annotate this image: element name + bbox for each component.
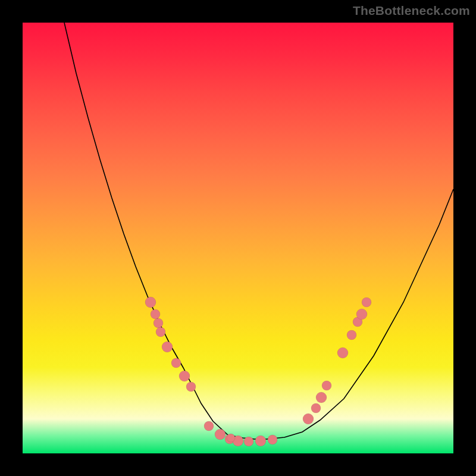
bead-point (145, 297, 156, 308)
bead-point (179, 371, 190, 381)
v-curve (64, 23, 453, 439)
bead-point (154, 318, 163, 328)
bead-point (322, 381, 331, 390)
bead-point (227, 434, 235, 442)
bead-group (145, 297, 371, 446)
bead-point (268, 435, 277, 444)
chart-svg (23, 23, 453, 453)
bead-point (311, 403, 321, 413)
bead-point (151, 309, 160, 319)
bead-point (171, 358, 181, 368)
bead-point (215, 429, 226, 440)
bead-point (337, 347, 348, 358)
plot-area (23, 23, 453, 453)
bead-point (255, 436, 266, 446)
bead-point (362, 298, 371, 307)
bead-point (316, 392, 327, 403)
bead-point (162, 342, 173, 352)
bead-point (244, 437, 253, 446)
chart-frame: TheBottleneck.com (0, 0, 476, 476)
bead-point (303, 414, 314, 424)
bead-point (186, 382, 196, 392)
watermark-text: TheBottleneck.com (353, 4, 470, 18)
bead-point (356, 309, 367, 320)
bead-point (156, 327, 165, 337)
bead-point (204, 421, 214, 431)
bead-point (347, 330, 356, 340)
